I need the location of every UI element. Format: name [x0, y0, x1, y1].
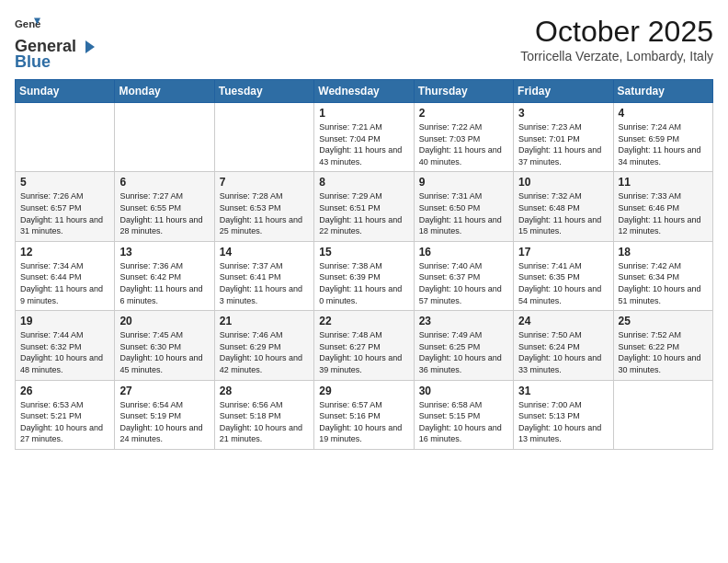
- calendar-cell: 12Sunrise: 7:34 AM Sunset: 6:44 PM Dayli…: [16, 241, 115, 310]
- day-info: Sunrise: 7:27 AM Sunset: 6:55 PM Dayligh…: [119, 190, 209, 236]
- day-number: 12: [20, 246, 109, 259]
- day-number: 14: [220, 246, 309, 259]
- calendar-cell: 21Sunrise: 7:46 AM Sunset: 6:29 PM Dayli…: [214, 311, 313, 380]
- day-info: Sunrise: 6:56 AM Sunset: 5:18 PM Dayligh…: [220, 399, 309, 445]
- calendar-week-row: 1Sunrise: 7:21 AM Sunset: 7:04 PM Daylig…: [16, 103, 713, 172]
- calendar-cell: 28Sunrise: 6:56 AM Sunset: 5:18 PM Dayli…: [214, 380, 313, 449]
- day-info: Sunrise: 7:49 AM Sunset: 6:25 PM Dayligh…: [419, 329, 508, 375]
- day-info: Sunrise: 7:46 AM Sunset: 6:29 PM Dayligh…: [220, 329, 309, 375]
- calendar-cell: 25Sunrise: 7:52 AM Sunset: 6:22 PM Dayli…: [613, 311, 712, 380]
- calendar-cell: 14Sunrise: 7:37 AM Sunset: 6:41 PM Dayli…: [214, 241, 313, 310]
- day-number: 24: [518, 315, 608, 327]
- day-number: 7: [220, 176, 309, 189]
- weekday-header: Saturday: [613, 80, 712, 103]
- day-number: 4: [619, 107, 708, 120]
- day-info: Sunrise: 7:32 AM Sunset: 6:48 PM Dayligh…: [518, 190, 608, 236]
- day-number: 1: [319, 107, 408, 120]
- day-number: 18: [619, 246, 708, 259]
- day-number: 9: [419, 176, 508, 189]
- weekday-header: Monday: [115, 80, 214, 103]
- day-info: Sunrise: 7:48 AM Sunset: 6:27 PM Dayligh…: [319, 329, 408, 375]
- day-info: Sunrise: 7:37 AM Sunset: 6:41 PM Dayligh…: [220, 260, 309, 306]
- calendar-week-row: 26Sunrise: 6:53 AM Sunset: 5:21 PM Dayli…: [16, 380, 713, 449]
- logo: General General Blue: [15, 15, 95, 72]
- page-header: General General Blue October 2025 Torric…: [15, 15, 713, 72]
- day-number: 10: [518, 176, 608, 189]
- day-number: 8: [319, 176, 408, 189]
- day-number: 6: [119, 176, 209, 189]
- location-title: Torricella Verzate, Lombardy, Italy: [520, 49, 713, 63]
- calendar-cell: 17Sunrise: 7:41 AM Sunset: 6:35 PM Dayli…: [514, 241, 613, 310]
- day-number: 26: [20, 385, 109, 397]
- day-number: 17: [518, 246, 608, 259]
- logo-arrow-icon: [78, 39, 95, 55]
- calendar-week-row: 12Sunrise: 7:34 AM Sunset: 6:44 PM Dayli…: [16, 241, 713, 310]
- day-number: 2: [419, 107, 508, 120]
- weekday-header: Sunday: [16, 80, 115, 103]
- month-title: October 2025: [520, 15, 713, 49]
- calendar-cell: 6Sunrise: 7:27 AM Sunset: 6:55 PM Daylig…: [115, 172, 214, 241]
- calendar-table: SundayMondayTuesdayWednesdayThursdayFrid…: [15, 79, 713, 450]
- day-number: 11: [619, 176, 708, 189]
- calendar-cell: 30Sunrise: 6:58 AM Sunset: 5:15 PM Dayli…: [414, 380, 513, 449]
- svg-marker-2: [85, 40, 95, 53]
- day-number: 30: [419, 385, 508, 397]
- day-number: 29: [319, 385, 408, 397]
- day-info: Sunrise: 7:22 AM Sunset: 7:03 PM Dayligh…: [419, 121, 508, 167]
- day-info: Sunrise: 7:41 AM Sunset: 6:35 PM Dayligh…: [518, 260, 608, 306]
- calendar-cell: 10Sunrise: 7:32 AM Sunset: 6:48 PM Dayli…: [514, 172, 613, 241]
- calendar-cell: 29Sunrise: 6:57 AM Sunset: 5:16 PM Dayli…: [314, 380, 414, 449]
- calendar-header-row: SundayMondayTuesdayWednesdayThursdayFrid…: [16, 80, 713, 103]
- calendar-cell: 9Sunrise: 7:31 AM Sunset: 6:50 PM Daylig…: [414, 172, 513, 241]
- calendar-cell: [613, 380, 712, 449]
- calendar-cell: 19Sunrise: 7:44 AM Sunset: 6:32 PM Dayli…: [16, 311, 115, 380]
- calendar-cell: 8Sunrise: 7:29 AM Sunset: 6:51 PM Daylig…: [314, 172, 414, 241]
- calendar-cell: 4Sunrise: 7:24 AM Sunset: 6:59 PM Daylig…: [613, 103, 712, 172]
- day-info: Sunrise: 7:21 AM Sunset: 7:04 PM Dayligh…: [319, 121, 408, 167]
- day-number: 23: [419, 315, 508, 327]
- weekday-header: Friday: [514, 80, 613, 103]
- calendar-cell: 31Sunrise: 7:00 AM Sunset: 5:13 PM Dayli…: [514, 380, 613, 449]
- calendar-cell: 7Sunrise: 7:28 AM Sunset: 6:53 PM Daylig…: [214, 172, 313, 241]
- weekday-header: Wednesday: [314, 80, 414, 103]
- day-number: 25: [619, 315, 708, 327]
- calendar-cell: 11Sunrise: 7:33 AM Sunset: 6:46 PM Dayli…: [613, 172, 712, 241]
- calendar-week-row: 5Sunrise: 7:26 AM Sunset: 6:57 PM Daylig…: [16, 172, 713, 241]
- day-info: Sunrise: 7:00 AM Sunset: 5:13 PM Dayligh…: [518, 399, 608, 445]
- calendar-week-row: 19Sunrise: 7:44 AM Sunset: 6:32 PM Dayli…: [16, 311, 713, 380]
- day-number: 16: [419, 246, 508, 259]
- calendar-cell: 20Sunrise: 7:45 AM Sunset: 6:30 PM Dayli…: [115, 311, 214, 380]
- day-number: 15: [319, 246, 408, 259]
- day-info: Sunrise: 7:45 AM Sunset: 6:30 PM Dayligh…: [119, 329, 209, 375]
- day-info: Sunrise: 7:38 AM Sunset: 6:39 PM Dayligh…: [319, 260, 408, 306]
- calendar-cell: 2Sunrise: 7:22 AM Sunset: 7:03 PM Daylig…: [414, 103, 513, 172]
- day-info: Sunrise: 7:36 AM Sunset: 6:42 PM Dayligh…: [119, 260, 209, 306]
- day-info: Sunrise: 7:40 AM Sunset: 6:37 PM Dayligh…: [419, 260, 508, 306]
- calendar-cell: 3Sunrise: 7:23 AM Sunset: 7:01 PM Daylig…: [514, 103, 613, 172]
- day-info: Sunrise: 6:58 AM Sunset: 5:15 PM Dayligh…: [419, 399, 508, 445]
- day-number: 5: [20, 176, 109, 189]
- day-number: 22: [319, 315, 408, 327]
- day-info: Sunrise: 7:34 AM Sunset: 6:44 PM Dayligh…: [20, 260, 109, 306]
- day-info: Sunrise: 7:29 AM Sunset: 6:51 PM Dayligh…: [319, 190, 408, 236]
- calendar-cell: 27Sunrise: 6:54 AM Sunset: 5:19 PM Dayli…: [115, 380, 214, 449]
- weekday-header: Thursday: [414, 80, 513, 103]
- calendar-cell: 15Sunrise: 7:38 AM Sunset: 6:39 PM Dayli…: [314, 241, 414, 310]
- calendar-cell: [115, 103, 214, 172]
- day-info: Sunrise: 6:54 AM Sunset: 5:19 PM Dayligh…: [119, 399, 209, 445]
- day-info: Sunrise: 7:33 AM Sunset: 6:46 PM Dayligh…: [619, 190, 708, 236]
- calendar-cell: 26Sunrise: 6:53 AM Sunset: 5:21 PM Dayli…: [16, 380, 115, 449]
- calendar-cell: 23Sunrise: 7:49 AM Sunset: 6:25 PM Dayli…: [414, 311, 513, 380]
- calendar-cell: [214, 103, 313, 172]
- calendar-cell: 22Sunrise: 7:48 AM Sunset: 6:27 PM Dayli…: [314, 311, 414, 380]
- calendar-cell: 18Sunrise: 7:42 AM Sunset: 6:34 PM Dayli…: [613, 241, 712, 310]
- calendar-cell: 13Sunrise: 7:36 AM Sunset: 6:42 PM Dayli…: [115, 241, 214, 310]
- title-block: October 2025 Torricella Verzate, Lombard…: [520, 15, 713, 63]
- day-number: 21: [220, 315, 309, 327]
- day-number: 19: [20, 315, 109, 327]
- day-info: Sunrise: 7:42 AM Sunset: 6:34 PM Dayligh…: [619, 260, 708, 306]
- weekday-header: Tuesday: [214, 80, 313, 103]
- calendar-cell: 16Sunrise: 7:40 AM Sunset: 6:37 PM Dayli…: [414, 241, 513, 310]
- day-info: Sunrise: 7:44 AM Sunset: 6:32 PM Dayligh…: [20, 329, 109, 375]
- calendar-cell: 1Sunrise: 7:21 AM Sunset: 7:04 PM Daylig…: [314, 103, 414, 172]
